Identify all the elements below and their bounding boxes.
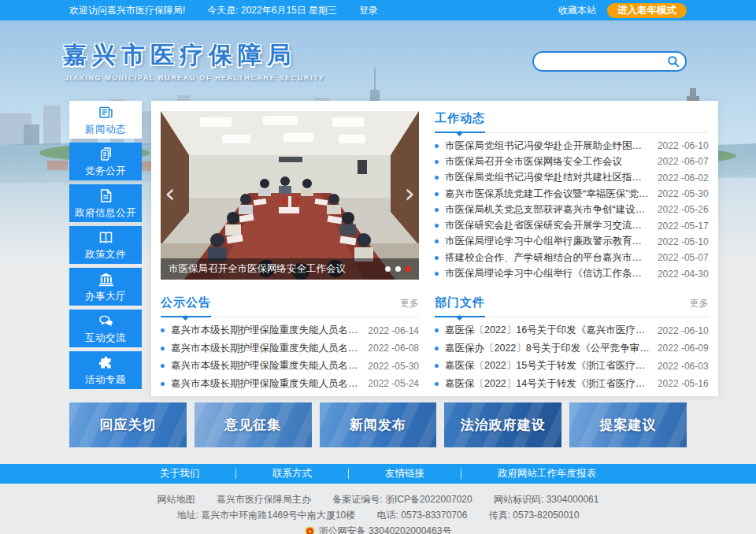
search-icon[interactable] (667, 55, 680, 68)
search-input[interactable] (532, 51, 687, 72)
organizer-text: 嘉兴市医疗保障局主办 (217, 494, 311, 505)
favorite-site-link[interactable]: 收藏本站 (558, 4, 596, 17)
news-list-item[interactable]: 市医保局机关党总支部获评嘉兴市争创“建设清廉机... 2022 -05-26 (435, 202, 709, 217)
footer-line-3: 浙公网安备 33040202000463号 (305, 523, 452, 534)
banner-label: 提案建议 (600, 416, 657, 434)
news-list-item[interactable]: 嘉兴市医保系统党建工作会议暨“幸福医保”党建联... 2022 -05-30 (435, 186, 709, 202)
carousel-dot-active[interactable] (406, 266, 411, 272)
news-list-item[interactable]: 嘉医保〔2022〕15号关于转发《浙江省医疗保... 2022 -06-03 (435, 357, 709, 374)
bullet-dot (435, 192, 439, 196)
police-badge-icon (305, 526, 315, 534)
news-item-date: 2022 -05-26 (658, 204, 709, 215)
banner-link[interactable]: 新闻发布 (320, 402, 437, 447)
book-icon (98, 229, 114, 246)
bullet-dot (435, 208, 439, 212)
login-link[interactable]: 登录 (359, 4, 378, 17)
news-item-date: 2022 -06-08 (368, 343, 419, 354)
news-list-item[interactable]: 市医保局党组书记冯俊华赴结对共建社区指导全国文... 2022 -06-02 (435, 170, 709, 186)
police-record-text[interactable]: 浙公网安备 33040202000463号 (319, 523, 452, 534)
pages-icon (98, 146, 114, 162)
sidebar-item-policy-files[interactable]: 政策文件 (69, 226, 142, 264)
sidebar-item-service-hall[interactable]: 办事大厅 (69, 268, 142, 306)
news-item-title: 嘉医保〔2022〕15号关于转发《浙江省医疗保... (445, 359, 650, 373)
footer-nav-link[interactable]: 政府网站工作年度报表 (461, 469, 632, 479)
sidebar-item-party-affairs[interactable]: 党务公开 (69, 143, 142, 180)
banner-link[interactable]: 意见征集 (195, 402, 312, 447)
news-item-title: 嘉医保办〔2022〕8号关于印发《公平竞争审查... (445, 342, 650, 355)
sidebar-item-label: 政策文件 (85, 248, 126, 261)
chat-bubbles-icon (98, 313, 114, 329)
banner-label: 新闻发布 (350, 416, 406, 434)
sidebar-item-label: 办事大厅 (85, 290, 126, 303)
news-item-title: 嘉兴市本级长期护理保险重度失能人员名单公示 (2... (171, 377, 360, 391)
footer-nav-link[interactable]: 联系方式 (235, 469, 348, 479)
news-item-date: 2022 -04-30 (658, 269, 709, 280)
carousel-dot[interactable] (385, 266, 391, 272)
files-list: 嘉医保〔2022〕16号关于印发《嘉兴市医疗保... 2022 -06-10 嘉… (435, 322, 709, 393)
news-list-item[interactable]: 市医保局召开全市医保网络安全工作会议 2022 -06-07 (435, 154, 709, 169)
news-list-item[interactable]: 嘉医保〔2022〕14号关于转发《浙江省医疗保... 2022 -05-16 (435, 375, 709, 392)
elder-mode-button[interactable]: 进入老年模式 (607, 3, 687, 18)
carousel-caption[interactable]: 市医保局召开全市医保网络安全工作会议 (169, 262, 379, 276)
news-list-item[interactable]: 市医保研究会赴省医保研究会开展学习交流活动 2022 -05-17 (435, 217, 709, 233)
news-list-item[interactable]: 市医保局理论学习中心组举行廉政警示教育专题学习... 2022 -05-10 (435, 234, 709, 250)
phone-text: 电话: 0573-83370706 (377, 510, 468, 521)
more-link[interactable]: 更多 (690, 297, 709, 310)
news-item-title: 嘉医保〔2022〕16号关于印发《嘉兴市医疗保... (445, 324, 650, 337)
sidebar-item-gov-info[interactable]: 政府信息公开 (69, 184, 142, 222)
news-list-item[interactable]: 嘉医保〔2022〕16号关于印发《嘉兴市医疗保... 2022 -06-10 (435, 322, 709, 339)
news-item-title: 市医保局理论学习中心组举行廉政警示教育专题学习... (445, 235, 650, 248)
bank-icon (98, 271, 114, 287)
news-item-title: 市医保局党组书记冯俊华赴结对共建社区指导全国文... (445, 171, 650, 184)
banner-link[interactable]: 回应关切 (69, 402, 187, 447)
content-card: ‹ › 市医保局召开全市医保网络安全工作会议 工作动态 (151, 101, 718, 396)
banner-label: 意见征集 (224, 416, 281, 434)
banner-link[interactable]: 法治政府建设 (444, 402, 561, 447)
news-list-item[interactable]: 搭建校企合作、产学研相结合的平台嘉兴市长期护理... 2022 -05-07 (435, 250, 709, 265)
footer-line-2: 地址: 嘉兴市中环南路1469号中南大厦10楼 电话: 0573-8337070… (0, 507, 756, 523)
bullet-dot (435, 176, 439, 180)
banner-label: 回应关切 (99, 416, 156, 434)
news-item-title: 搭建校企合作、产学研相结合的平台嘉兴市长期护理... (445, 251, 650, 265)
news-list-item[interactable]: 嘉兴市本级长期护理保险重度失能人员名单公示 (2... 2022 -05-30 (161, 357, 419, 374)
footer-nav-link[interactable]: 友情链接 (348, 469, 461, 479)
news-list-item[interactable]: 市医保局理论学习中心组举行《信访工作条例》专题... 2022 -04-30 (435, 265, 709, 281)
news-item-date: 2022 -05-16 (658, 378, 709, 389)
news-list-item[interactable]: 嘉兴市本级长期护理保险重度失能人员名单公示 (2... 2022 -05-24 (161, 375, 419, 392)
news-item-date: 2022 -05-30 (368, 361, 419, 372)
news-list-item[interactable]: 嘉医保办〔2022〕8号关于印发《公平竞争审查... 2022 -06-09 (435, 339, 709, 357)
bullet-dot (161, 382, 165, 386)
news-item-date: 2022 -06-10 (658, 325, 709, 336)
news-item-date: 2022 -05-07 (658, 252, 709, 263)
news-list-item[interactable]: 嘉兴市本级长期护理保险重度失能人员名单公示 (2... 2022 -06-08 (161, 339, 419, 357)
carousel-next-arrow[interactable]: › (404, 180, 415, 206)
carousel-dots (385, 266, 411, 272)
news-list-item[interactable]: 嘉兴市本级长期护理保险重度失能人员名单公示 (2... 2022 -06-14 (161, 322, 419, 339)
section-header: 工作动态 (435, 111, 709, 133)
address-text: 地址: 嘉兴市中环南路1469号中南大厦10楼 (177, 510, 356, 521)
news-list-item[interactable]: 市医保局党组书记冯俊华赴企开展助企纾困活动 2022 -06-10 (435, 138, 709, 154)
carousel-prev-arrow[interactable]: ‹ (165, 180, 176, 206)
section-header: 公示公告 更多 (161, 295, 419, 317)
sitemap-link[interactable]: 网站地图 (158, 494, 195, 505)
site-search (532, 51, 687, 72)
sidebar-item-news[interactable]: 新闻动态 (69, 101, 142, 139)
news-item-date: 2022 -05-24 (368, 378, 419, 389)
news-item-date: 2022 -06-02 (658, 172, 709, 184)
banner-link[interactable]: 提案建议 (569, 402, 687, 447)
site-subtitle-en: JIAXING MUNICIPAL BUREAU OF HEALTHCARE S… (65, 74, 325, 82)
sidebar-item-label: 活动专题 (85, 373, 126, 387)
news-carousel[interactable]: ‹ › 市医保局召开全市医保网络安全工作会议 (161, 111, 419, 280)
footer-nav-link[interactable]: 关于我们 (124, 469, 235, 479)
carousel-dot[interactable] (395, 266, 401, 272)
more-link[interactable]: 更多 (400, 297, 419, 310)
bullet-dot (435, 328, 439, 332)
sidebar-item-label: 新闻动态 (85, 123, 126, 136)
bullet-dot (161, 328, 165, 332)
news-item-date: 2022 -05-17 (658, 221, 709, 232)
news-item-title: 市医保局召开全市医保网络安全工作会议 (445, 155, 650, 169)
site-title: 嘉兴市医疗保障局 (63, 39, 325, 72)
sidebar-item-interaction[interactable]: 互动交流 (69, 310, 142, 347)
bullet-dot (435, 347, 439, 350)
sidebar-item-special-topics[interactable]: 活动专题 (69, 351, 142, 389)
